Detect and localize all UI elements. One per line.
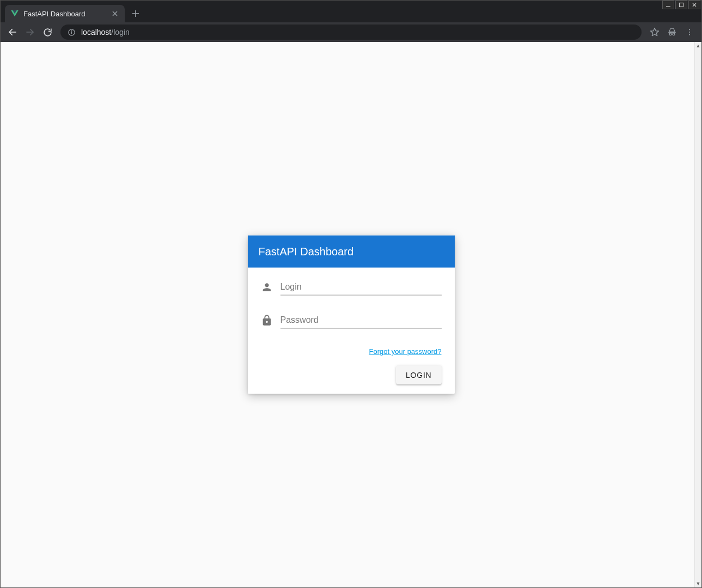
svg-point-19 — [689, 32, 690, 33]
login-card-title: FastAPI Dashboard — [248, 236, 455, 268]
password-input[interactable] — [280, 313, 442, 329]
svg-rect-1 — [680, 3, 683, 7]
login-input[interactable] — [280, 280, 442, 296]
svg-marker-13 — [651, 28, 659, 36]
url-text: localhost/login — [81, 28, 130, 36]
url-path: /login — [111, 28, 129, 36]
svg-point-16 — [673, 33, 675, 35]
window-close-button[interactable] — [688, 1, 700, 9]
password-input-wrap — [280, 313, 442, 329]
login-field-row — [261, 280, 442, 296]
nav-forward-button[interactable] — [22, 24, 38, 40]
vertical-scrollbar[interactable]: ▲ ▼ — [694, 42, 701, 587]
new-tab-button[interactable] — [128, 6, 143, 21]
nav-back-button[interactable] — [5, 24, 20, 40]
browser-tab-active[interactable]: FastAPI Dashboard — [5, 5, 125, 22]
svg-point-18 — [689, 29, 690, 30]
window-minimize-button[interactable] — [662, 1, 674, 9]
login-actions: LOGIN — [261, 366, 442, 384]
browser-window: FastAPI Dashboard localhost/login — [0, 0, 702, 588]
login-submit-button[interactable]: LOGIN — [396, 366, 442, 384]
forgot-password-link[interactable]: Forgot your password? — [369, 347, 442, 356]
window-maximize-button[interactable] — [675, 1, 687, 9]
page-viewport: ▲ ▼ FastAPI Dashboard — [1, 42, 701, 587]
url-host: localhost — [81, 28, 111, 36]
page-content: FastAPI Dashboard — [1, 42, 701, 587]
password-field-row — [261, 313, 442, 329]
scrollbar-down-button[interactable]: ▼ — [695, 580, 701, 587]
login-card-container: FastAPI Dashboard — [248, 236, 455, 394]
svg-point-12 — [71, 30, 72, 31]
svg-point-15 — [669, 33, 672, 35]
vue-favicon-icon — [10, 9, 19, 18]
tab-close-button[interactable] — [111, 9, 119, 18]
window-controls — [661, 1, 701, 9]
scrollbar-up-button[interactable]: ▲ — [695, 42, 701, 50]
login-card-body: Forgot your password? LOGIN — [248, 268, 455, 394]
window-titlebar — [1, 1, 701, 5]
lock-icon — [261, 315, 273, 327]
site-info-icon[interactable] — [67, 28, 76, 36]
tab-title: FastAPI Dashboard — [23, 10, 106, 18]
svg-point-20 — [689, 34, 690, 35]
bookmark-star-button[interactable] — [647, 24, 662, 40]
incognito-icon[interactable] — [664, 24, 680, 40]
address-bar[interactable]: localhost/login — [60, 24, 642, 40]
tab-strip: FastAPI Dashboard — [1, 5, 701, 22]
person-icon — [261, 281, 273, 293]
nav-reload-button[interactable] — [40, 24, 55, 40]
login-input-wrap — [280, 280, 442, 296]
login-card: FastAPI Dashboard — [248, 236, 455, 394]
browser-menu-button[interactable] — [682, 24, 697, 40]
browser-toolbar: localhost/login — [1, 22, 701, 42]
forgot-password-row: Forgot your password? — [261, 346, 442, 356]
